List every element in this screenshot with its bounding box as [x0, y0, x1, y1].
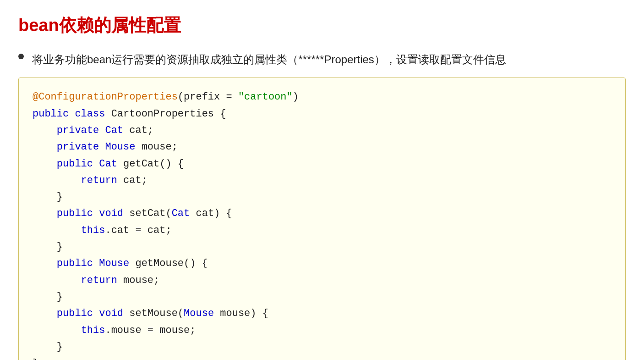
code-line-13: }	[33, 289, 611, 305]
code-line-14: public void setMouse(Mouse mouse) {	[33, 305, 611, 322]
code-line-10: }	[33, 239, 611, 255]
code-line-15: this.mouse = mouse;	[33, 322, 611, 339]
code-block: @ConfigurationProperties(prefix = "carto…	[18, 78, 626, 360]
code-line-7: }	[33, 189, 611, 205]
code-line-11: public Mouse getMouse() {	[33, 255, 611, 272]
code-line-9: this.cat = cat;	[33, 222, 611, 239]
bullet-text: 将业务功能bean运行需要的资源抽取成独立的属性类（******Properti…	[32, 51, 506, 68]
bullet-dot	[18, 54, 24, 59]
code-line-5: public Cat getCat() {	[33, 156, 611, 172]
code-line-12: return mouse;	[33, 272, 611, 289]
page-title: bean依赖的属性配置	[18, 14, 626, 37]
code-line-17: }	[33, 355, 611, 360]
code-line-8: public void setCat(Cat cat) {	[33, 205, 611, 222]
bullet-item: 将业务功能bean运行需要的资源抽取成独立的属性类（******Properti…	[18, 51, 626, 68]
annotation: @ConfigurationProperties	[33, 91, 178, 103]
code-line-2: public class CartoonProperties {	[33, 106, 611, 122]
code-line-1: @ConfigurationProperties(prefix = "carto…	[33, 89, 611, 105]
code-line-6: return cat;	[33, 172, 611, 189]
code-line-3: private Cat cat;	[33, 122, 611, 139]
code-line-16: }	[33, 339, 611, 355]
code-line-4: private Mouse mouse;	[33, 139, 611, 155]
